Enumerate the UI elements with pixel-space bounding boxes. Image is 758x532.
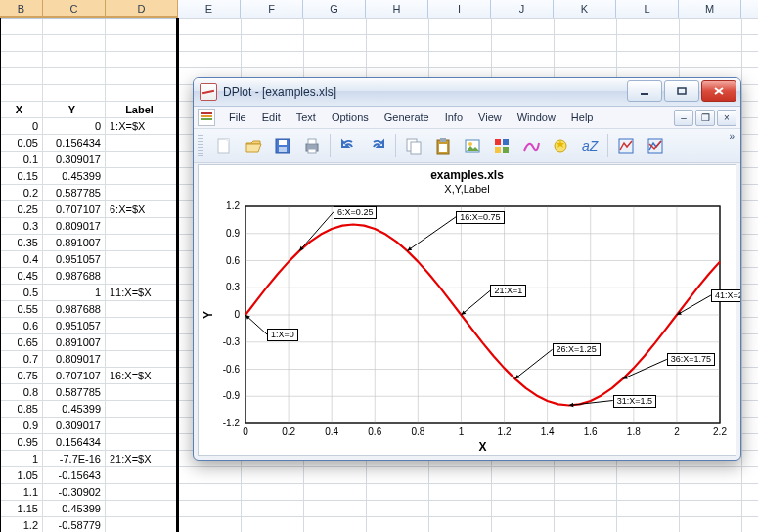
cell[interactable]: 0.95 [0,434,43,451]
mode-a-icon[interactable] [611,132,641,159]
column-header-K[interactable]: K [554,0,616,18]
cell[interactable]: -0.58779 [43,517,106,532]
chart-point-label[interactable]: 16:X=0.75 [456,211,504,224]
cell[interactable]: 0.309017 [43,418,106,434]
cell[interactable]: 0.4 [0,251,43,268]
toolbar-overflow-icon[interactable]: » [729,131,735,142]
cell[interactable]: 0.951057 [43,251,106,268]
cell[interactable]: 0.3 [0,218,43,235]
cell[interactable] [43,19,106,35]
cell[interactable]: 0.55 [0,301,43,318]
chart-point-label[interactable]: 31:X=1.5 [613,395,656,408]
cell[interactable]: 11:X=$X [106,285,178,301]
cell[interactable]: 0.309017 [43,152,106,168]
new-icon[interactable] [209,132,239,159]
column-header-L[interactable]: L [616,0,679,18]
cell[interactable]: 0.156434 [43,135,106,152]
mdi-restore-button[interactable]: ❐ [695,110,715,126]
cell[interactable] [43,68,106,85]
cell[interactable]: 0.5 [0,285,43,301]
mdi-minimize-button[interactable]: – [674,110,693,126]
cell[interactable]: 0.75 [0,368,43,384]
cell[interactable]: 0.809017 [43,218,106,235]
cell[interactable] [106,501,178,517]
column-header-I[interactable]: I [428,0,491,18]
cell[interactable] [106,401,178,418]
cell[interactable] [43,35,106,52]
cell[interactable] [106,467,178,484]
menu-generate[interactable]: Generate [377,110,437,125]
open-icon[interactable] [239,132,268,159]
chart-point-label[interactable]: 1:X=0 [267,329,298,341]
column-header-G[interactable]: G [303,0,366,18]
image-icon[interactable] [458,132,487,159]
cell[interactable]: -0.45399 [43,501,106,517]
cell[interactable]: 1.1 [0,484,43,501]
curve-icon[interactable] [516,132,546,159]
cell[interactable]: Y [43,102,106,118]
cell[interactable] [106,218,178,235]
cell[interactable] [0,85,43,102]
cell[interactable] [0,35,43,52]
cell[interactable]: -7.7E-16 [43,451,106,467]
close-button[interactable] [701,80,736,102]
cell[interactable]: 0.809017 [43,351,106,368]
chart-point-label[interactable]: 36:X=1.75 [667,353,715,366]
undo-icon[interactable] [334,132,363,159]
cell[interactable]: 0.7 [0,351,43,368]
cell[interactable]: X [0,102,43,118]
column-header-C[interactable]: C [43,0,106,18]
column-header-J[interactable]: J [491,0,554,18]
cell[interactable]: 0.8 [0,384,43,401]
cell[interactable]: 0 [0,118,43,135]
cell[interactable]: 0.45399 [43,401,106,418]
cell[interactable] [106,235,178,251]
cell[interactable] [106,152,178,168]
cell[interactable]: 0.05 [0,135,43,152]
cell[interactable]: 0.25 [0,201,43,218]
cell[interactable] [106,168,178,185]
menu-info[interactable]: Info [437,110,470,125]
cell[interactable]: 0.987688 [43,268,106,285]
chart-point-label[interactable]: 6:X=0.25 [334,206,377,219]
cell[interactable]: 0.65 [0,334,43,351]
cell[interactable]: Label [106,102,178,118]
save-icon[interactable] [268,132,297,159]
menu-file[interactable]: File [221,110,254,125]
cell[interactable] [43,85,106,102]
cell[interactable]: 0.891007 [43,334,106,351]
menu-options[interactable]: Options [324,110,377,125]
cell[interactable] [0,52,43,68]
cell[interactable]: 0.587785 [43,185,106,201]
cell[interactable]: 0.951057 [43,318,106,334]
cell[interactable] [106,251,178,268]
cell[interactable]: 16:X=$X [106,368,178,384]
column-header-H[interactable]: H [366,0,428,18]
cell[interactable]: 0.35 [0,235,43,251]
cell[interactable] [106,318,178,334]
cell[interactable]: 21:X=$X [106,451,178,467]
wizard-icon[interactable] [546,132,575,159]
chart-client-area[interactable]: examples.xlsX,Y,Label00.20.40.60.811.21.… [198,164,736,456]
document-icon[interactable] [198,109,215,126]
cell[interactable]: 1 [0,451,43,467]
minimize-button[interactable] [627,80,662,102]
print-icon[interactable] [297,132,327,159]
cell[interactable] [0,68,43,85]
chart-point-label[interactable]: 21:X=1 [490,285,526,297]
cell[interactable]: 0.587785 [43,384,106,401]
column-header-M[interactable]: M [679,0,741,18]
menu-window[interactable]: Window [510,110,563,125]
menu-text[interactable]: Text [289,110,324,125]
cell[interactable]: 0.45399 [43,168,106,185]
column-header-B[interactable]: B [0,0,43,18]
cell[interactable] [106,418,178,434]
cell[interactable]: 0.1 [0,152,43,168]
cell[interactable] [106,434,178,451]
italic-az-icon[interactable]: aZ [575,132,604,159]
cell[interactable]: 0.987688 [43,301,106,318]
column-header-D[interactable]: D [106,0,178,18]
cell[interactable]: -0.15643 [43,467,106,484]
cell[interactable]: 1.2 [0,517,43,532]
cell[interactable] [106,52,178,68]
